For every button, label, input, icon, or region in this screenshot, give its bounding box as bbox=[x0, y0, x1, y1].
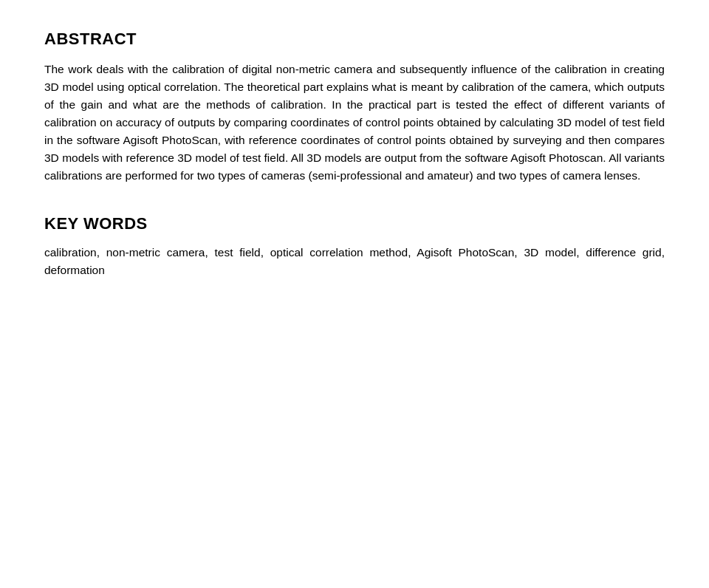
keywords-section: KEY WORDS calibration, non-metric camera… bbox=[44, 214, 665, 279]
keywords-body: calibration, non-metric camera, test fie… bbox=[44, 244, 665, 279]
abstract-heading: ABSTRACT bbox=[44, 30, 665, 49]
abstract-body: The work deals with the calibration of d… bbox=[44, 61, 665, 185]
keywords-heading: KEY WORDS bbox=[44, 214, 665, 233]
abstract-section: ABSTRACT The work deals with the calibra… bbox=[44, 30, 665, 185]
